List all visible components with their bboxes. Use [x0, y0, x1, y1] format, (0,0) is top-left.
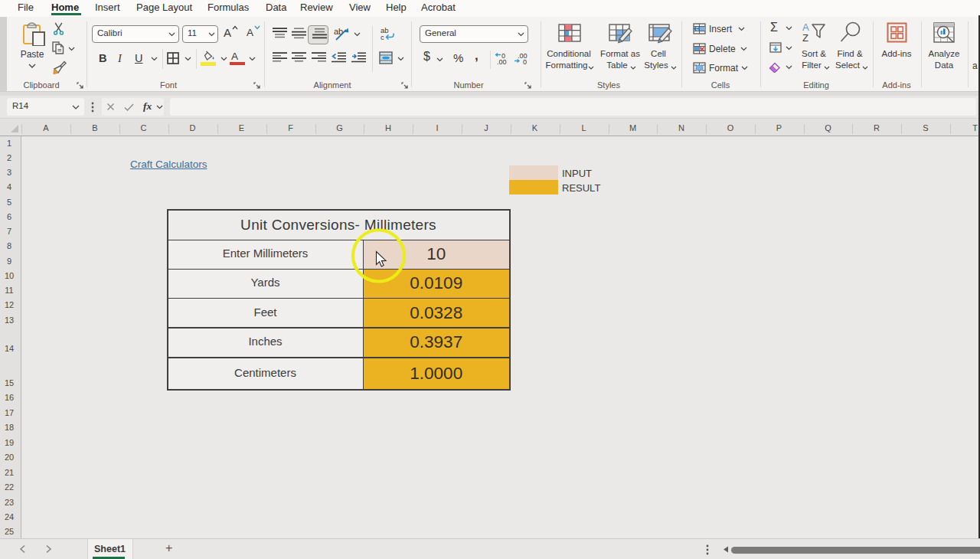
svg-text:0: 0 [523, 58, 527, 65]
svg-text:c: c [381, 33, 384, 41]
svg-text:A: A [802, 21, 809, 33]
svg-text:Z: Z [802, 32, 808, 44]
svg-text:.00: .00 [497, 58, 507, 65]
